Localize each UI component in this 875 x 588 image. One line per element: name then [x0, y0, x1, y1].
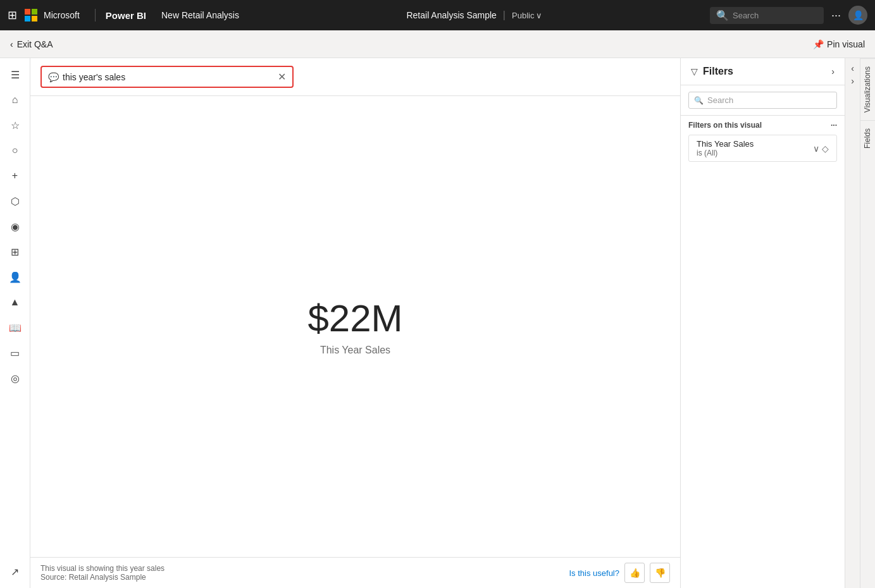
sidebar-item-monitor[interactable]: ▭: [4, 341, 27, 364]
sidebar-item-create[interactable]: +: [4, 164, 27, 187]
footer-status-line2: Source: Retail Analysis Sample: [40, 573, 164, 582]
sidebar-item-arrow[interactable]: ↗: [4, 560, 27, 583]
content-and-right: 💬 ✕ $22M This Year Sales This visual is …: [30, 58, 875, 588]
plus-icon: +: [12, 170, 18, 181]
search-icon: 🔍: [716, 9, 729, 21]
workspace-icon: ⊞: [11, 246, 19, 258]
metric-label: This Year Sales: [307, 345, 402, 356]
title-separator: |: [503, 9, 506, 21]
sidebar-item-admin[interactable]: ◎: [4, 367, 27, 389]
filters-search-input[interactable]: [707, 95, 831, 105]
filter-icon: ▽: [691, 66, 698, 77]
exit-qa-button[interactable]: ‹ Exit Q&A: [10, 39, 53, 49]
sidebar-item-home[interactable]: ⌂: [4, 89, 27, 111]
filter-item-this-year-sales: This Year Sales is (All) ∨ ◇: [688, 135, 837, 162]
footer-right: Is this useful? 👍 👎: [569, 563, 671, 583]
more-options-icon[interactable]: ···: [831, 9, 841, 22]
thumb-up-button[interactable]: 👍: [624, 563, 645, 583]
filter-item-text: This Year Sales is (All): [697, 139, 813, 157]
avatar-icon: 👤: [853, 10, 864, 20]
ms-blue: [25, 16, 30, 21]
ms-green: [32, 9, 37, 15]
visual-area: $22M This Year Sales: [30, 96, 680, 557]
panel-nav-left[interactable]: ‹: [851, 63, 854, 73]
chat-icon: 💬: [48, 72, 59, 82]
sidebar-item-rocket[interactable]: ▲: [4, 291, 27, 314]
topbar: ⊞ Microsoft Power BI New Retail Analysis…: [0, 0, 875, 30]
qa-input-wrapper: 💬 ✕: [40, 66, 294, 88]
is-useful-label: Is this useful?: [569, 568, 620, 578]
microsoft-logo-area: Microsoft: [25, 9, 80, 21]
qa-search-area: 💬 ✕: [30, 58, 680, 96]
trophy-icon: ◉: [11, 221, 20, 233]
arrow-icon: ↗: [11, 566, 19, 578]
pin-visual-label: Pin visual: [827, 39, 865, 49]
panel-nav: ‹ ›: [845, 58, 860, 588]
content-area: 💬 ✕ $22M This Year Sales This visual is …: [30, 58, 680, 588]
powerbi-label: Power BI: [106, 10, 146, 21]
microsoft-logo: [25, 9, 37, 21]
footer-bar: This visual is showing this year sales S…: [30, 557, 680, 588]
filters-section-label: Filters on this visual ···: [681, 116, 845, 132]
footer-status-line1: This visual is showing this year sales: [40, 564, 164, 573]
report-title: New Retail Analysis: [161, 10, 239, 20]
apps-icon: ⬡: [11, 195, 20, 207]
exit-qa-label: Exit Q&A: [17, 39, 53, 49]
filters-panel-title: Filters: [703, 66, 826, 77]
filter-item-sub: is (All): [697, 149, 813, 157]
book-icon: 📖: [9, 322, 22, 334]
sidebar-item-workspaces[interactable]: ⊞: [4, 240, 27, 263]
footer-status: This visual is showing this year sales S…: [40, 564, 164, 582]
search-box[interactable]: 🔍: [710, 7, 824, 24]
filter-eraser-icon[interactable]: ◇: [822, 144, 829, 154]
admin-icon: ◎: [11, 372, 20, 384]
sidebar: ☰ ⌂ ☆ ○ + ⬡ ◉ ⊞ 👤 ▲ 📖: [0, 58, 30, 588]
grid-icon[interactable]: ⊞: [8, 8, 17, 22]
filters-expand-icon[interactable]: ›: [831, 66, 835, 77]
search-input[interactable]: [733, 11, 809, 20]
sidebar-item-people[interactable]: 👤: [4, 266, 27, 288]
sidebar-item-hamburger[interactable]: ☰: [4, 63, 27, 86]
tab-visualizations[interactable]: Visualizations: [860, 58, 875, 120]
hamburger-icon: ☰: [11, 69, 20, 81]
metric-container: $22M This Year Sales: [307, 298, 402, 356]
filter-chevron-icon[interactable]: ∨: [813, 144, 819, 154]
filters-search-area: 🔍: [681, 85, 845, 116]
subbar: ‹ Exit Q&A 📌 Pin visual: [0, 30, 875, 58]
tab-fields[interactable]: Fields: [860, 120, 875, 156]
filters-section-dots[interactable]: ···: [831, 121, 837, 130]
main-layout: ☰ ⌂ ☆ ○ + ⬡ ◉ ⊞ 👤 ▲ 📖: [0, 58, 875, 588]
filters-search-icon: 🔍: [694, 96, 704, 105]
filters-search-box[interactable]: 🔍: [688, 92, 837, 109]
sidebar-item-goals[interactable]: ◉: [4, 215, 27, 238]
visibility-label: Public ∨: [512, 11, 542, 20]
topbar-right: 🔍 ··· 👤: [710, 6, 867, 25]
star-icon: ☆: [11, 119, 20, 132]
topbar-center: Retail Analysis Sample | Public ∨: [244, 9, 705, 21]
panel-nav-right[interactable]: ›: [851, 76, 854, 86]
people-icon: 👤: [9, 271, 22, 283]
qa-clear-button[interactable]: ✕: [278, 71, 286, 83]
back-chevron-icon: ‹: [10, 39, 13, 49]
pin-visual-button[interactable]: 📌 Pin visual: [813, 39, 865, 49]
sidebar-item-favorites[interactable]: ☆: [4, 114, 27, 137]
clock-icon: ○: [12, 145, 18, 156]
filter-item-main: This Year Sales: [697, 139, 813, 149]
metric-value: $22M: [307, 298, 402, 340]
filters-panel: ▽ Filters › 🔍 Filters on this visual ···…: [680, 58, 845, 588]
sidebar-item-apps[interactable]: ⬡: [4, 190, 27, 212]
chevron-down-icon[interactable]: ∨: [536, 11, 542, 20]
ms-red: [25, 9, 30, 15]
filter-item-actions: ∨ ◇: [813, 144, 829, 154]
qa-search-input[interactable]: [63, 72, 275, 82]
sidebar-item-recent[interactable]: ○: [4, 139, 27, 162]
avatar[interactable]: 👤: [848, 6, 867, 25]
filters-panel-header: ▽ Filters ›: [681, 58, 845, 85]
rocket-icon: ▲: [10, 297, 20, 308]
microsoft-label: Microsoft: [44, 10, 80, 20]
side-tabs-right: Visualizations Fields: [860, 58, 875, 588]
sample-title: Retail Analysis Sample: [406, 10, 496, 20]
sidebar-item-learn[interactable]: 📖: [4, 316, 27, 339]
thumb-down-button[interactable]: 👎: [650, 563, 670, 583]
topbar-divider: [95, 9, 96, 21]
